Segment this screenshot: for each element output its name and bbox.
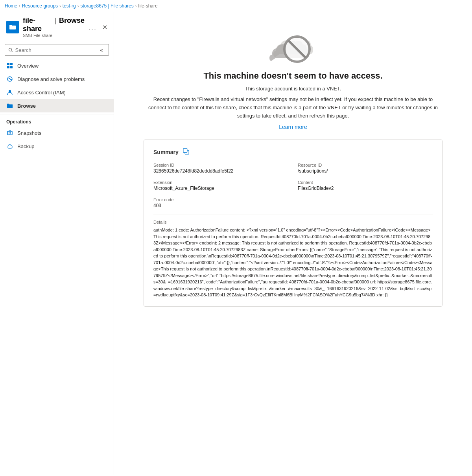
breadcrumb-home[interactable]: Home [5,3,17,9]
sidebar-header: file-share | Browse SMB File share ... ✕ [0,12,114,41]
error-illustration [267,28,319,71]
collapse-button[interactable]: « [98,46,105,54]
error-code-label: Error code [153,197,288,202]
resource-id-field: Resource ID /subscriptions/ [298,163,433,174]
more-options-button[interactable]: ... [88,23,97,31]
sidebar-item-diagnose[interactable]: Diagnose and solve problems [0,72,114,86]
breadcrumb-storage[interactable]: storage8675 | File shares [80,3,133,9]
svg-rect-5 [10,66,13,68]
overview-icon [6,62,13,69]
resource-id-label: Resource ID [298,163,433,167]
session-id-label: Session ID [153,163,288,167]
sidebar-item-browse[interactable]: Browse [0,99,114,112]
sidebar: file-share | Browse SMB File share ... ✕… [0,12,114,475]
summary-box: Summary Session ID 32865926de7248fd82ded… [144,140,442,307]
breadcrumb-resource-groups[interactable]: Resource groups [22,3,58,9]
breadcrumb-test-rg[interactable]: test-rg [63,3,76,9]
summary-title: Summary [153,149,179,155]
details-label: Details [153,220,433,224]
content-label: Content [298,180,433,185]
copy-icon [183,148,190,155]
backup-icon [6,143,13,150]
extension-value: Microsoft_Azure_FileStorage [153,186,288,191]
error-description: Recent changes to "Firewalls and virtual… [146,96,441,120]
extension-field: Extension Microsoft_Azure_FileStorage [153,180,288,191]
error-code-value: 403 [153,203,288,208]
folder-icon [9,24,16,31]
svg-rect-2 [7,63,9,65]
error-code-field: Error code 403 [153,197,288,208]
svg-rect-3 [10,63,13,65]
sidebar-mode: Browse [59,17,85,25]
session-id-field: Session ID 32865926de7248fd82deddd8adfe5… [153,163,288,174]
svg-point-7 [9,90,11,92]
snapshots-label: Snapshots [17,130,41,136]
breadcrumb-current: file-share [138,3,157,9]
svg-rect-13 [183,149,187,153]
search-input[interactable] [15,47,96,53]
backup-label: Backup [17,143,34,149]
content-field: Content FilesGridBladev2 [298,180,433,191]
details-text: authMode: 1 code: AuthorizationFailure c… [153,227,433,298]
main-content: This machine doesn't seem to have access… [114,12,472,475]
error-subtitle: This storage account is located in a VNE… [245,86,341,92]
close-button[interactable]: ✕ [102,24,107,31]
summary-header: Summary [153,148,433,156]
svg-line-1 [11,51,13,52]
content-value: FilesGridBladev2 [298,186,433,191]
sidebar-item-backup[interactable]: Backup [0,140,114,153]
resource-id-value: /subscriptions/ [298,168,433,174]
svg-rect-8 [7,131,12,135]
diagnose-icon [6,75,13,83]
svg-rect-4 [7,66,9,68]
summary-grid: Session ID 32865926de7248fd82deddd8adfe5… [153,163,433,208]
sidebar-item-iam[interactable]: Access Control (IAM) [0,86,114,99]
browse-icon [6,102,13,109]
error-title: This machine doesn't seem to have access… [203,71,382,81]
iam-icon [6,89,13,96]
extension-label: Extension [153,180,288,185]
breadcrumb: Home › Resource groups › test-rg › stora… [0,0,472,12]
browse-label: Browse [17,103,36,109]
sidebar-subtitle: SMB File share [23,33,85,38]
overview-label: Overview [17,63,39,69]
iam-label: Access Control (IAM) [17,90,66,96]
sidebar-title: file-share [23,17,52,33]
resource-icon [6,21,19,33]
sidebar-item-overview[interactable]: Overview [0,59,114,72]
svg-point-9 [9,132,11,134]
copy-button[interactable] [183,148,190,156]
session-id-value: 32865926de7248fd82deddd8adfe5f22 [153,168,288,174]
search-box: « [5,44,109,56]
summary-divider [153,215,433,215]
snapshots-icon [6,129,13,136]
learn-more-link[interactable]: Learn more [279,124,307,130]
search-icon [8,47,13,53]
diagnose-label: Diagnose and solve problems [17,76,85,82]
sidebar-item-snapshots[interactable]: Snapshots [0,126,114,140]
operations-section-header: Operations [0,114,114,126]
svg-point-0 [9,48,11,51]
